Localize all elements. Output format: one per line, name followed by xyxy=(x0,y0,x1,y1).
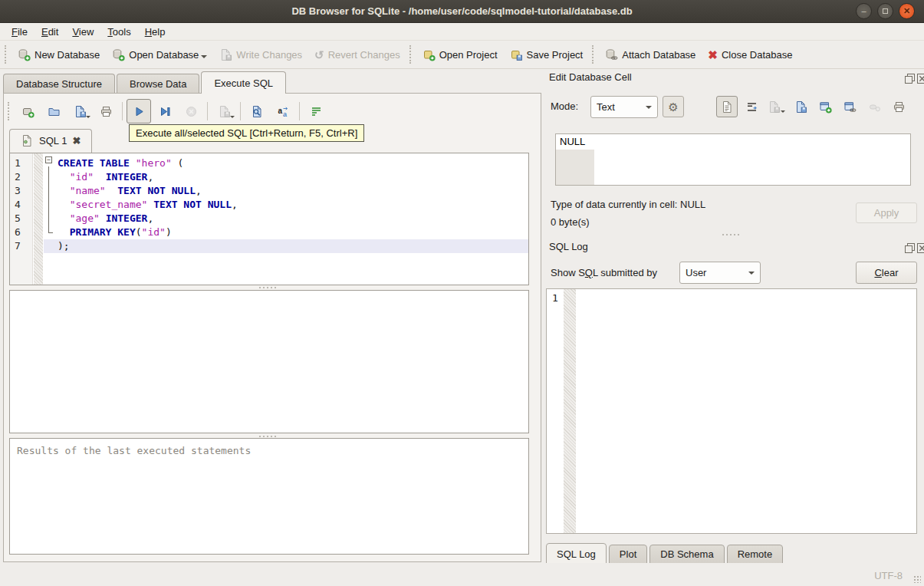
results-placeholder: Results of the last executed statements xyxy=(10,439,528,463)
tab-browse-data[interactable]: Browse Data xyxy=(117,74,199,94)
find-in-sql-button[interactable] xyxy=(245,99,269,123)
revert-changes-button[interactable]: ↺Revert Changes xyxy=(308,46,406,64)
stop-execution-button[interactable] xyxy=(179,99,203,123)
close-database-icon: ✖ xyxy=(708,49,718,61)
fold-guide-line xyxy=(48,166,49,232)
mode-label: Mode: xyxy=(551,100,578,112)
sql-log-dock-buttons xyxy=(903,242,924,252)
word-wrap-button[interactable] xyxy=(304,99,328,123)
dropdown-caret-icon[interactable] xyxy=(201,55,207,61)
menu-tools[interactable]: Tools xyxy=(100,25,137,39)
editor-line-2[interactable]: 2 "id" INTEGER, xyxy=(10,170,528,184)
sql-doc-tab-label: SQL 1 xyxy=(39,135,67,146)
format-sql-button[interactable]: aa xyxy=(271,99,295,123)
dock-tab-remote[interactable]: Remote xyxy=(727,545,784,564)
editor-line-5[interactable]: 5 "age" INTEGER, xyxy=(10,212,528,226)
execution-results-pane[interactable]: Results of the last executed statements xyxy=(9,438,529,555)
toolbar-separator xyxy=(207,102,208,120)
log-fold-margin xyxy=(564,289,576,533)
cell-size-info: 0 byte(s) xyxy=(551,216,590,228)
save-sql-file-button[interactable] xyxy=(67,99,92,123)
editor-line-4[interactable]: 4 "secret_name" TEXT NOT NULL, xyxy=(10,198,528,212)
dock-tab-sql-log[interactable]: SQL Log xyxy=(546,543,607,564)
save-project-button[interactable]: Save Project xyxy=(504,45,590,64)
set-null-button[interactable] xyxy=(863,96,885,117)
text-mode-button[interactable] xyxy=(716,96,738,117)
editor-line-6[interactable]: 6 PRIMARY KEY("id") xyxy=(10,226,528,239)
sql-log-view[interactable]: 1 xyxy=(546,288,917,534)
toolbar-drag-handle[interactable] xyxy=(5,45,8,64)
open-sql-file-button[interactable] xyxy=(41,99,66,123)
menu-view[interactable]: View xyxy=(65,25,100,39)
write-changes-button[interactable]: Write Changes xyxy=(213,45,308,64)
line-number: 5 xyxy=(10,212,28,226)
cell-editor-gutter xyxy=(556,150,594,185)
editor-line-3[interactable]: 3 "name" TEXT NOT NULL, xyxy=(10,184,528,198)
main-tab-bar: Database StructureBrowse DataExecute SQL xyxy=(3,73,288,94)
code-text: "age" INTEGER, xyxy=(58,212,153,226)
mode-apply-button[interactable]: ⚙ xyxy=(663,96,684,117)
new-sql-tab-button[interactable] xyxy=(15,99,40,123)
cell-value-editor[interactable]: NULL xyxy=(555,133,911,186)
close-tab-icon[interactable]: ✖ xyxy=(72,135,81,146)
close-button[interactable]: ✕ xyxy=(899,3,915,19)
maximize-button[interactable] xyxy=(877,3,893,19)
float-icon[interactable] xyxy=(903,72,913,82)
tab-database-structure[interactable]: Database Structure xyxy=(3,74,115,94)
editor-line-1[interactable]: 1CREATE TABLE "hero" ( xyxy=(10,156,528,170)
float-icon[interactable] xyxy=(903,242,913,252)
export-cell-data-button[interactable] xyxy=(790,96,811,117)
open-sql-file-icon xyxy=(48,105,61,118)
open-in-external-icon xyxy=(843,100,857,114)
open-project-button[interactable]: Open Project xyxy=(416,45,504,64)
print-cell-button[interactable] xyxy=(888,96,909,117)
menu-edit[interactable]: Edit xyxy=(35,25,65,39)
resize-grip[interactable] xyxy=(913,575,921,583)
minimize-button[interactable]: – xyxy=(856,3,872,19)
toolbar-drag-handle[interactable] xyxy=(8,102,12,120)
menu-help[interactable]: Help xyxy=(138,25,173,39)
dock-splitter-handle[interactable] xyxy=(722,234,739,235)
attach-database-button[interactable]: Attach Database xyxy=(599,45,702,64)
import-cell-data-button[interactable] xyxy=(765,96,787,117)
dock-tab-db-schema[interactable]: DB Schema xyxy=(649,545,724,564)
toolbar-separator xyxy=(409,45,413,64)
sql-editor[interactable]: 1CREATE TABLE "hero" (2 "id" INTEGER,3 "… xyxy=(9,153,529,285)
query-results-grid[interactable] xyxy=(9,290,529,433)
menu-file[interactable]: File xyxy=(5,25,35,39)
execute-current-line-button[interactable] xyxy=(153,99,177,123)
attach-database-icon xyxy=(605,48,618,61)
fold-marker-icon[interactable]: − xyxy=(45,156,52,163)
close-icon[interactable] xyxy=(916,242,924,252)
editor-line-7[interactable]: 7); xyxy=(10,239,528,253)
format-sql-icon: aa xyxy=(277,105,290,118)
splitter-handle[interactable] xyxy=(259,287,276,288)
print-sql-button[interactable] xyxy=(94,99,118,123)
encoding-indicator[interactable]: UTF-8 xyxy=(874,570,903,581)
close-database-button[interactable]: ✖Close Database xyxy=(702,46,798,64)
open-database-button[interactable]: Open Database xyxy=(106,44,213,64)
dropdown-caret-icon[interactable] xyxy=(86,116,90,120)
save-results-button[interactable] xyxy=(212,99,236,123)
gear-icon: ⚙ xyxy=(668,101,678,113)
clear-log-button[interactable]: Clear xyxy=(856,262,917,284)
save-sql-file-icon xyxy=(74,105,87,118)
line-number: 6 xyxy=(10,226,28,239)
close-icon[interactable] xyxy=(916,72,924,82)
apply-cell-data-button[interactable] xyxy=(814,96,836,117)
splitter-handle-2[interactable] xyxy=(259,436,276,437)
new-database-button[interactable]: New Database xyxy=(12,45,106,64)
execute-all-button[interactable] xyxy=(127,99,151,123)
log-filter-select[interactable]: User xyxy=(679,262,761,284)
cell-value: NULL xyxy=(560,136,585,147)
dock-tab-plot[interactable]: Plot xyxy=(609,545,647,564)
line-number: 2 xyxy=(10,170,28,184)
tab-execute-sql[interactable]: Execute SQL xyxy=(201,71,286,94)
sql-doc-tab[interactable]: SQL 1✖ xyxy=(9,129,92,153)
dropdown-caret-icon[interactable] xyxy=(781,110,785,115)
dropdown-caret-icon[interactable] xyxy=(230,116,235,120)
apply-button[interactable]: Apply xyxy=(856,202,917,223)
cell-word-wrap-button[interactable] xyxy=(741,96,762,117)
mode-select[interactable]: Text xyxy=(590,96,658,118)
open-in-external-button[interactable] xyxy=(839,96,860,117)
